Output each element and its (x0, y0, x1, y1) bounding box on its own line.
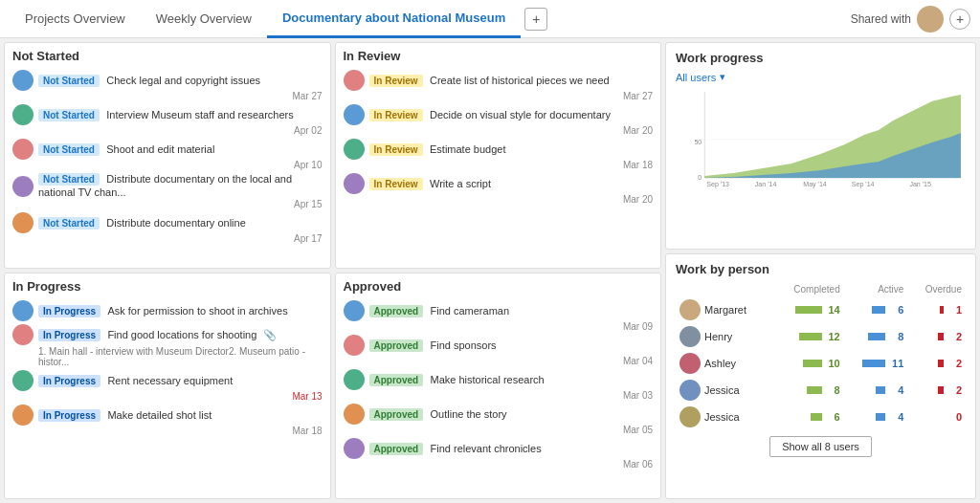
avatar (344, 438, 365, 459)
approved-tasks[interactable]: Approved Find cameraman Mar 09 Approved … (344, 299, 654, 492)
table-row[interactable]: Jessica 6 4 0 (676, 404, 966, 430)
list-item[interactable]: Approved Outline the story Mar 05 (344, 403, 654, 435)
active-bar (868, 333, 885, 340)
list-item[interactable]: Not Started Interview Museum staff and r… (12, 103, 323, 136)
task-date: Mar 27 (623, 91, 653, 101)
list-item[interactable]: Approved Find cameraman Mar 09 (344, 299, 654, 332)
overdue-count: 2 (947, 384, 962, 396)
status-badge: In Progress (38, 409, 100, 422)
avatar (344, 300, 365, 321)
add-user-button[interactable]: + (949, 9, 970, 30)
list-item[interactable]: Not Started Distribute documentary onlin… (12, 211, 323, 244)
task-date: Mar 05 (623, 425, 653, 435)
svg-text:Sep '14: Sep '14 (852, 181, 875, 188)
table-row[interactable]: Margaret 14 6 1 (676, 296, 966, 323)
tab-projects-overview[interactable]: Projects Overview (10, 0, 141, 38)
status-badge: Not Started (38, 143, 100, 156)
list-item[interactable]: In Progress Rent necessary equipment Mar… (12, 369, 323, 402)
list-item[interactable]: Not Started Check legal and copyright is… (12, 69, 323, 101)
avatar (344, 70, 365, 91)
in-review-tasks[interactable]: In Review Create list of historical piec… (344, 69, 654, 262)
completed-bar (811, 413, 822, 421)
task-date: Mar 20 (623, 125, 653, 136)
work-progress-title: Work progress (676, 51, 966, 65)
avatar (917, 6, 944, 33)
in-review-title: In Review (344, 49, 654, 63)
list-item[interactable]: In Progress Find good locations for shoo… (12, 323, 323, 367)
status-badge: Approved (369, 305, 424, 317)
overdue-count: 2 (947, 358, 962, 369)
status-badge: In Progress (38, 329, 100, 341)
task-date: Mar 06 (623, 459, 653, 470)
add-tab-button[interactable]: + (524, 8, 547, 31)
list-item[interactable]: In Progress Make detailed shot list Mar … (12, 404, 323, 436)
svg-text:May '14: May '14 (803, 181, 827, 188)
avatar (12, 104, 33, 125)
chart-filter-dropdown[interactable]: All users ▾ (676, 71, 966, 83)
in-progress-title: In Progress (12, 279, 323, 294)
list-item[interactable]: Not Started Shoot and edit material Apr … (12, 138, 323, 170)
not-started-column: Not Started Not Started Check legal and … (4, 42, 331, 269)
task-date: Mar 04 (623, 356, 653, 366)
show-all-users-button[interactable]: Show all 8 users (769, 436, 872, 457)
avatar (679, 353, 701, 374)
task-text: Check legal and copyright issues (106, 75, 260, 86)
work-progress-chart: Number of tasks 50 0 Sep '13 Jan '14 (676, 87, 966, 211)
kanban-board-bottom: In Progress In Progress Ask for permissi… (4, 273, 661, 499)
overdue-count: 2 (947, 331, 962, 342)
avatar (679, 380, 701, 401)
list-item[interactable]: Approved Find relevant chronicles Mar 06 (344, 437, 654, 470)
task-date: Apr 15 (294, 199, 322, 209)
active-count: 8 (888, 331, 903, 342)
person-table: Completed Active Overdue Margaret 14 6 (676, 282, 966, 430)
task-text: Make detailed shot list (107, 409, 212, 421)
avatar (344, 404, 365, 425)
table-row[interactable]: Henry 12 8 2 (676, 323, 966, 350)
left-panel: Not Started Not Started Check legal and … (0, 38, 665, 503)
task-text: Find relevant chronicles (431, 443, 542, 454)
list-item[interactable]: In Progress Ask for permission to shoot … (12, 299, 323, 321)
approved-title: Approved (344, 279, 654, 294)
avatar (12, 212, 33, 233)
tab-documentary[interactable]: Documentary about National Museum (267, 0, 521, 38)
completed-count: 12 (825, 331, 840, 342)
col-name (676, 282, 773, 296)
avatar (12, 70, 33, 91)
list-item[interactable]: Approved Find sponsors Mar 04 (344, 334, 654, 366)
active-bar (876, 413, 885, 421)
overdue-count: 0 (947, 411, 962, 423)
status-badge: In Review (369, 109, 423, 121)
in-review-column: In Review In Review Create list of histo… (335, 42, 662, 269)
main-content: Not Started Not Started Check legal and … (0, 38, 980, 503)
table-row[interactable]: Jessica 8 4 2 (676, 377, 966, 404)
work-by-person-title: Work by person (676, 262, 966, 276)
task-date: Mar 18 (623, 160, 653, 170)
tab-weekly-overview[interactable]: Weekly Overview (141, 0, 267, 38)
active-count: 6 (888, 304, 903, 316)
avatar (12, 300, 33, 321)
table-row[interactable]: Ashley 10 11 2 (676, 350, 966, 377)
avatar (12, 176, 33, 197)
col-active: Active (844, 282, 908, 296)
active-count: 11 (888, 358, 903, 369)
work-by-person-card: Work by person Completed Active Overdue … (665, 253, 976, 499)
status-badge: Not Started (38, 109, 100, 121)
status-badge: Approved (369, 443, 424, 455)
task-text: Write a script (430, 178, 491, 189)
avatar (679, 299, 701, 320)
list-item[interactable]: In Review Decide on visual style for doc… (344, 103, 654, 136)
list-item[interactable]: Approved Make historical research Mar 03 (344, 368, 654, 401)
person-name: Margaret (704, 304, 746, 316)
status-badge: Not Started (38, 75, 100, 87)
in-progress-tasks[interactable]: In Progress Ask for permission to shoot … (12, 299, 323, 492)
list-item[interactable]: In Review Estimate budget Mar 18 (344, 138, 654, 170)
list-item[interactable]: In Review Create list of historical piec… (344, 69, 654, 101)
avatar (344, 335, 365, 356)
task-text: Find cameraman (431, 305, 510, 317)
overdue-count: 1 (947, 304, 962, 316)
completed-bar (799, 333, 822, 340)
not-started-tasks[interactable]: Not Started Check legal and copyright is… (12, 69, 323, 262)
list-item[interactable]: Not Started Distribute documentary on th… (12, 172, 323, 209)
list-item[interactable]: In Review Write a script Mar 20 (344, 172, 654, 205)
active-bar (862, 360, 885, 367)
